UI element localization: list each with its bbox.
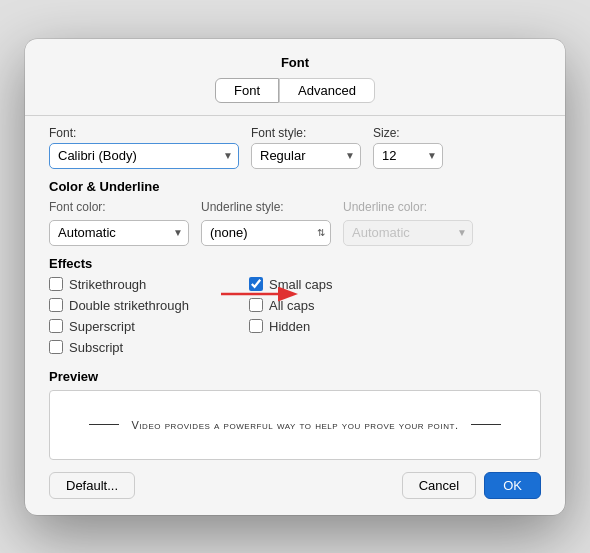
double-strikethrough-row: Double strikethrough: [49, 298, 249, 313]
preview-line-right: [471, 424, 501, 425]
font-dialog: Font Font Advanced Font: Calibri (Body) …: [25, 39, 565, 515]
color-underline-row: Font color: Automatic Black White Red ▼ …: [49, 200, 541, 246]
small-caps-row: Small caps: [249, 277, 449, 292]
subscript-row: Subscript: [49, 340, 249, 355]
size-select-wrapper: 12 891011 14161824 ▼: [373, 143, 443, 169]
effects-title: Effects: [49, 256, 541, 271]
preview-section: Preview Video provides a powerful way to…: [49, 369, 541, 460]
size-field-group: Size: 12 891011 14161824 ▼: [373, 126, 443, 169]
font-label: Font:: [49, 126, 239, 140]
tab-advanced[interactable]: Advanced: [279, 78, 375, 103]
superscript-checkbox[interactable]: [49, 319, 63, 333]
hidden-label: Hidden: [269, 319, 310, 334]
strikethrough-label: Strikethrough: [69, 277, 146, 292]
subscript-label: Subscript: [69, 340, 123, 355]
style-label: Font style:: [251, 126, 361, 140]
strikethrough-row: Strikethrough: [49, 277, 249, 292]
font-color-select-wrapper: Automatic Black White Red ▼: [49, 220, 189, 246]
preview-title: Preview: [49, 369, 541, 384]
strikethrough-checkbox[interactable]: [49, 277, 63, 291]
preview-line: Video provides a powerful way to help yo…: [89, 419, 500, 431]
underline-style-label: Underline style:: [201, 200, 331, 214]
underline-color-label: Underline color:: [343, 200, 473, 214]
effects-grid: Strikethrough Small caps Double striketh…: [49, 277, 541, 355]
dialog-content: Font: Calibri (Body) Arial Times New Rom…: [25, 126, 565, 460]
divider: [25, 115, 565, 116]
all-caps-label: All caps: [269, 298, 315, 313]
hidden-checkbox[interactable]: [249, 319, 263, 333]
font-field-group: Font: Calibri (Body) Arial Times New Rom…: [49, 126, 239, 169]
style-select-wrapper: Regular Bold Italic Bold Italic ▼: [251, 143, 361, 169]
all-caps-checkbox[interactable]: [249, 298, 263, 312]
subscript-checkbox[interactable]: [49, 340, 63, 354]
superscript-label: Superscript: [69, 319, 135, 334]
double-strikethrough-label: Double strikethrough: [69, 298, 189, 313]
superscript-row: Superscript: [49, 319, 249, 334]
double-strikethrough-checkbox[interactable]: [49, 298, 63, 312]
cancel-button[interactable]: Cancel: [402, 472, 476, 499]
font-select-wrapper: Calibri (Body) Arial Times New Roman ▼: [49, 143, 239, 169]
footer-right-buttons: Cancel OK: [402, 472, 541, 499]
underline-color-select: Automatic: [343, 220, 473, 246]
underline-color-field-group: Underline color: Automatic ▼: [343, 200, 473, 246]
font-row: Font: Calibri (Body) Arial Times New Rom…: [49, 126, 541, 169]
size-select[interactable]: 12 891011 14161824: [373, 143, 443, 169]
default-button[interactable]: Default...: [49, 472, 135, 499]
preview-box: Video provides a powerful way to help yo…: [49, 390, 541, 460]
dialog-title: Font: [25, 39, 565, 78]
font-color-field-group: Font color: Automatic Black White Red ▼: [49, 200, 189, 246]
underline-style-select-wrapper: (none) Single Double Dotted ⇅: [201, 220, 331, 246]
small-caps-checkbox[interactable]: [249, 277, 263, 291]
preview-line-left: [89, 424, 119, 425]
effects-content-wrapper: Strikethrough Small caps Double striketh…: [49, 277, 541, 355]
hidden-row: Hidden: [249, 319, 449, 334]
effects-section: Effects Strikethrough: [49, 256, 541, 355]
style-field-group: Font style: Regular Bold Italic Bold Ita…: [251, 126, 361, 169]
underline-color-select-wrapper: Automatic ▼: [343, 220, 473, 246]
preview-text: Video provides a powerful way to help yo…: [131, 419, 458, 431]
all-caps-row: All caps: [249, 298, 449, 313]
size-label: Size:: [373, 126, 443, 140]
font-color-label: Font color:: [49, 200, 189, 214]
underline-style-select[interactable]: (none) Single Double Dotted: [201, 220, 331, 246]
underline-style-field-group: Underline style: (none) Single Double Do…: [201, 200, 331, 246]
dialog-footer: Default... Cancel OK: [25, 460, 565, 499]
font-select[interactable]: Calibri (Body) Arial Times New Roman: [49, 143, 239, 169]
tab-bar: Font Advanced: [25, 78, 565, 103]
style-select[interactable]: Regular Bold Italic Bold Italic: [251, 143, 361, 169]
font-color-select[interactable]: Automatic Black White Red: [49, 220, 189, 246]
color-underline-title: Color & Underline: [49, 179, 541, 194]
tab-font[interactable]: Font: [215, 78, 279, 103]
ok-button[interactable]: OK: [484, 472, 541, 499]
small-caps-label: Small caps: [269, 277, 333, 292]
